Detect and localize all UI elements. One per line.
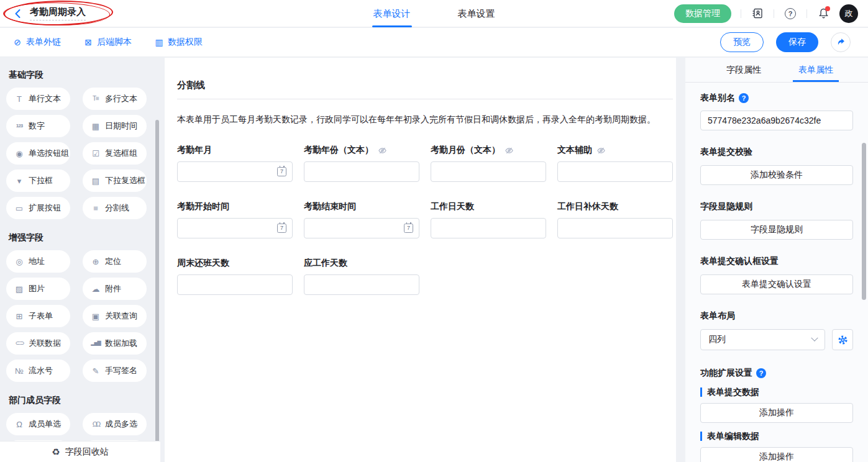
palette-item-relation-query[interactable]: ▣关联查询 — [83, 305, 147, 327]
toolbar-link-form-external-link[interactable]: ⊘表单外链 — [12, 37, 61, 48]
field-label: 考勤年月 — [177, 145, 212, 156]
toolbar-link-backend-script[interactable]: ⊠后端脚本 — [83, 37, 132, 48]
preview-button[interactable]: 预览 — [720, 32, 764, 52]
toolbar-link-data-permission[interactable]: ▥数据权限 — [154, 37, 203, 48]
palette-item-locate[interactable]: ⊕定位 — [83, 250, 147, 273]
palette-item-member-single[interactable]: Ω成员单选 — [6, 413, 70, 435]
data-permission-icon: ▥ — [154, 38, 164, 47]
divider-field-title[interactable]: 分割线 — [177, 79, 674, 91]
recycle-icon: ♻ — [52, 447, 60, 456]
hidden-eye-icon — [505, 146, 514, 155]
tab-form-props[interactable]: 表单属性 — [798, 58, 833, 82]
palette-item-serial-number[interactable]: №流水号 — [6, 360, 70, 382]
palette-item-data-load[interactable]: ▂▅▇数据加载 — [83, 332, 147, 355]
layout-settings-button[interactable] — [832, 329, 853, 350]
palette-item-extend-button[interactable]: ▭扩展按钮 — [6, 197, 70, 219]
locate-icon: ⊕ — [91, 258, 101, 266]
palette-item-attachment[interactable]: ☁附件 — [83, 278, 147, 300]
number-icon: 123 — [14, 124, 24, 129]
form-field-text-helper: 文本辅助 — [557, 144, 673, 182]
field-label-row: 考勤月份（文本） — [431, 144, 546, 156]
address-icon: ◎ — [14, 258, 24, 266]
form-layout-select[interactable]: 四列 — [700, 329, 825, 350]
field-input-attendance-end-time[interactable]: 7 — [304, 218, 419, 238]
field-label-row: 考勤年份（文本） — [304, 144, 419, 156]
hidden-eye-icon — [596, 146, 606, 155]
palette-item-number[interactable]: 123数字 — [6, 115, 70, 137]
palette-item-label: 下拉框 — [29, 175, 53, 186]
hidden-eye-icon — [378, 146, 387, 155]
panel-button-field-visibility[interactable]: 字段显隐规则 — [700, 220, 853, 240]
save-button[interactable]: 保存 — [776, 32, 818, 52]
form-design-canvas: 分割线 本表单用于员工每月考勤天数记录，行政同学可以在每年年初录入完所有节假日和… — [165, 58, 676, 462]
field-label-row: 考勤结束时间 — [304, 201, 419, 213]
form-layout-label: 表单布局 — [700, 310, 735, 322]
recycle-label: 字段回收站 — [65, 446, 109, 458]
field-input-attendance-start-time[interactable]: 7 — [177, 218, 293, 238]
form-field-attendance-start-time: 考勤开始时间7 — [177, 201, 293, 238]
ext-group-button-form-submit-data[interactable]: 添加操作 — [700, 403, 853, 423]
data-manage-button[interactable]: 数据管理 — [674, 4, 731, 23]
extension-settings-label: 功能扩展设置 — [700, 368, 752, 379]
panel-scrollbar[interactable] — [862, 143, 866, 300]
back-icon[interactable] — [12, 8, 24, 19]
ext-group-button-form-edit-data[interactable]: 添加操作 — [700, 447, 853, 462]
palette-item-label: 数据加载 — [105, 338, 137, 349]
tab-field-props[interactable]: 字段属性 — [726, 58, 761, 82]
palette-item-dropdown[interactable]: ▾下拉框 — [6, 170, 70, 192]
panel-section-title-submit-confirm: 表单提交确认框设置 — [700, 256, 853, 267]
field-input-text-helper[interactable] — [557, 161, 673, 182]
section-title-basic-fields: 基础字段 — [9, 69, 160, 80]
field-input-weekend-makeup-count[interactable] — [177, 274, 293, 295]
share-button[interactable] — [831, 32, 851, 52]
sidebar-scrollbar[interactable] — [155, 120, 159, 462]
field-label-row: 周末还班天数 — [177, 257, 293, 270]
palette-item-signature[interactable]: ✎手写签名 — [83, 360, 147, 382]
field-input-workday-compensatory-count[interactable] — [557, 218, 673, 238]
palette-item-subform[interactable]: ⊞子表单 — [6, 305, 70, 327]
palette-item-dropdown-multi[interactable]: ▤下拉复选框 — [83, 170, 147, 192]
field-input-expected-workday-count[interactable] — [304, 274, 419, 295]
palette-basic-fields: T单行文本T≡多行文本123数字▦日期时间◉单选按钮组☑复选框组▾下拉框▤下拉复… — [6, 88, 160, 219]
extension-settings-title: 功能扩展设置 ? — [700, 368, 853, 379]
palette-item-member-multi[interactable]: ΩΩ成员多选 — [83, 413, 147, 435]
palette-item-address[interactable]: ◎地址 — [6, 250, 70, 273]
palette-item-label: 地址 — [29, 256, 45, 267]
field-label: 文本辅助 — [557, 145, 592, 156]
panel-sections: 表单提交校验添加校验条件字段显隐规则字段显隐规则表单提交确认框设置表单提交确认设… — [700, 147, 853, 294]
divider-field-line — [177, 99, 673, 99]
dropdown-icon: ▾ — [14, 177, 24, 185]
field-input-attendance-year-month[interactable]: 7 — [177, 161, 293, 182]
field-label-row: 考勤年月 — [177, 144, 293, 156]
panel-button-submit-confirm[interactable]: 表单提交确认设置 — [700, 274, 853, 294]
field-label-row: 工作日补休天数 — [557, 201, 673, 213]
palette-item-radio-group[interactable]: ◉单选按钮组 — [6, 142, 70, 165]
tab-form-design[interactable]: 表单设计 — [373, 0, 411, 27]
field-recycle-bin-button[interactable]: ♻ 字段回收站 — [0, 441, 160, 462]
divider — [741, 9, 741, 18]
palette-item-datetime[interactable]: ▦日期时间 — [83, 115, 147, 137]
avatar[interactable]: 政 — [839, 4, 858, 23]
palette-item-checkbox-group[interactable]: ☑复选框组 — [83, 142, 147, 165]
section-title-member-fields: 部门成员字段 — [9, 394, 160, 405]
form-alias-input[interactable] — [700, 111, 853, 130]
panel-button-submit-validation[interactable]: 添加校验条件 — [700, 165, 853, 185]
contacts-icon[interactable] — [751, 7, 764, 20]
palette-item-multi-line-text[interactable]: T≡多行文本 — [83, 88, 147, 110]
field-input-attendance-year-text[interactable] — [304, 161, 419, 182]
form-alias-title: 表单别名 ? — [700, 93, 853, 104]
help-question-icon[interactable]: ? — [739, 93, 749, 103]
field-input-workday-count[interactable] — [431, 218, 546, 238]
palette-item-divider[interactable]: ≡分割线 — [83, 197, 147, 219]
field-input-attendance-month-text[interactable] — [431, 161, 546, 182]
palette-item-relation-data[interactable]: ⊂⊃关联数据 — [6, 332, 70, 355]
page-title[interactable]: 考勤周期录入 — [30, 6, 86, 20]
notification-bell-icon[interactable] — [816, 7, 830, 20]
form-description[interactable]: 本表单用于员工每月考勤天数记录，行政同学可以在每年年初录入完所有节假日和调休数据… — [177, 113, 673, 125]
tab-form-settings[interactable]: 表单设置 — [458, 0, 495, 27]
help-question-icon[interactable]: ? — [756, 368, 766, 378]
palette-item-single-line-text[interactable]: T单行文本 — [6, 88, 70, 110]
palette-item-label: 多行文本 — [105, 93, 137, 104]
palette-item-image[interactable]: ▨图片 — [6, 278, 70, 300]
help-icon[interactable]: ? — [783, 7, 797, 20]
